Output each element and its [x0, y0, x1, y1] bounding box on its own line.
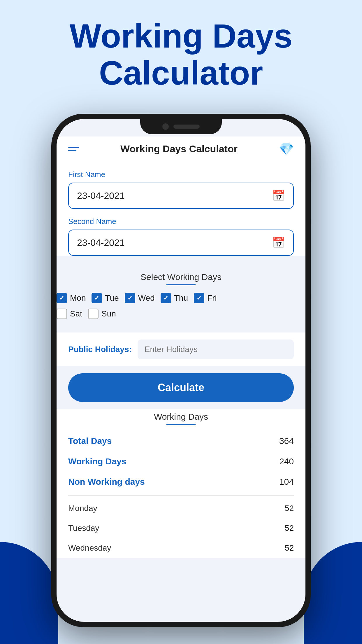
day-tue[interactable]: Tue — [92, 293, 119, 303]
app-bar: Working Days Calculator 💎 — [57, 136, 305, 161]
first-date-value: 23-04-2021 — [77, 190, 125, 201]
label-thu: Thu — [174, 293, 188, 303]
total-days-label: Total Days — [68, 436, 112, 446]
calculate-button[interactable]: Calculate — [68, 373, 294, 402]
page-title: Working Days Calculator — [0, 18, 362, 91]
label-sun: Sun — [101, 309, 116, 318]
weekdays-row: Mon Tue Wed Thu — [57, 293, 305, 303]
working-days-underline — [166, 284, 196, 285]
tuesday-label: Tuesday — [68, 524, 99, 533]
holidays-label: Public Holidays: — [68, 345, 132, 354]
checkbox-sat[interactable] — [57, 309, 67, 319]
checkbox-sun[interactable] — [88, 309, 99, 319]
total-days-value: 364 — [279, 436, 294, 446]
working-days-value: 240 — [279, 456, 294, 466]
menu-line-2 — [68, 150, 76, 151]
app-bar-title: Working Days Calculator — [120, 143, 238, 155]
holidays-row: Public Holidays: — [57, 332, 305, 366]
working-days-section: Select Working Days Mon Tue Wed — [57, 264, 305, 332]
menu-line-1 — [68, 147, 79, 148]
blue-wave-left — [0, 542, 58, 644]
app-content: Working Days Calculator 💎 First Name 23-… — [57, 119, 305, 622]
second-date-input[interactable]: 23-04-2021 📅 — [68, 230, 294, 256]
results-underline — [166, 424, 196, 425]
notch-speaker — [173, 125, 200, 129]
day-sat[interactable]: Sat — [57, 309, 82, 319]
tuesday-value: 52 — [285, 524, 294, 533]
day-fri[interactable]: Fri — [194, 293, 217, 303]
page-title-line1: Working Days — [70, 17, 293, 55]
second-date-value: 23-04-2021 — [77, 237, 125, 248]
results-section: Working Days Total Days 364 Working Days… — [57, 409, 305, 558]
phone-frame: Working Days Calculator 💎 First Name 23-… — [51, 114, 311, 627]
result-row-monday: Monday 52 — [68, 498, 294, 518]
results-divider — [68, 495, 294, 496]
phone-notch — [140, 119, 222, 134]
non-working-days-label: Non Working days — [68, 477, 145, 487]
monday-value: 52 — [285, 504, 294, 513]
second-calendar-icon[interactable]: 📅 — [272, 237, 285, 249]
label-wed: Wed — [138, 293, 155, 303]
result-row-total: Total Days 364 — [68, 431, 294, 451]
weekend-row: Sat Sun — [57, 309, 305, 319]
result-row-working: Working Days 240 — [68, 451, 294, 472]
checkbox-tue[interactable] — [92, 293, 102, 303]
menu-icon[interactable] — [68, 147, 79, 151]
day-mon[interactable]: Mon — [57, 293, 86, 303]
holidays-input[interactable] — [138, 340, 294, 359]
checkbox-mon[interactable] — [57, 293, 67, 303]
working-days-label: Working Days — [68, 456, 126, 466]
result-row-tuesday: Tuesday 52 — [68, 518, 294, 538]
notch-camera — [162, 123, 169, 130]
monday-label: Monday — [68, 504, 97, 513]
day-wed[interactable]: Wed — [125, 293, 155, 303]
first-calendar-icon[interactable]: 📅 — [272, 190, 285, 202]
first-name-label: First Name — [68, 170, 294, 179]
form-area: First Name 23-04-2021 📅 Second Name 23-0… — [57, 161, 305, 256]
wednesday-value: 52 — [285, 543, 294, 553]
blue-wave-right — [304, 542, 362, 644]
checkbox-fri[interactable] — [194, 293, 204, 303]
page-title-line2: Calculator — [99, 54, 263, 92]
label-fri: Fri — [207, 293, 217, 303]
result-row-wednesday: Wednesday 52 — [68, 538, 294, 558]
label-tue: Tue — [105, 293, 119, 303]
checkbox-thu[interactable] — [161, 293, 171, 303]
checkbox-wed[interactable] — [125, 293, 135, 303]
phone-screen: Working Days Calculator 💎 First Name 23-… — [57, 119, 305, 622]
wednesday-label: Wednesday — [68, 543, 111, 553]
day-sun[interactable]: Sun — [88, 309, 116, 319]
label-mon: Mon — [70, 293, 86, 303]
working-days-title: Select Working Days — [57, 272, 305, 282]
second-name-label: Second Name — [68, 217, 294, 226]
diamond-icon: 💎 — [279, 142, 294, 156]
result-row-nonworking: Non Working days 104 — [68, 472, 294, 492]
day-thu[interactable]: Thu — [161, 293, 188, 303]
non-working-days-value: 104 — [279, 477, 294, 487]
label-sat: Sat — [70, 309, 82, 318]
first-date-input[interactable]: 23-04-2021 📅 — [68, 183, 294, 209]
results-title: Working Days — [68, 409, 294, 422]
